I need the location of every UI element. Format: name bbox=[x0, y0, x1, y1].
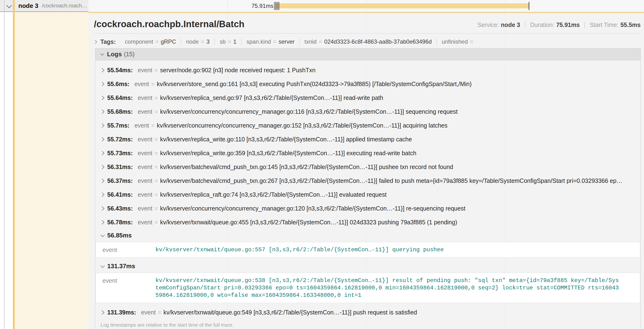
log-field-value: kv/kvserver/batcheval/cmd_push_txn.go:26… bbox=[160, 177, 622, 184]
log-row[interactable]: 56.41ms:event=kv/kvserver/replica_raft.g… bbox=[95, 188, 640, 202]
span-meta: Service:node 3Duration:75.91msStart Time… bbox=[478, 22, 641, 29]
equals-sign: = bbox=[228, 38, 231, 45]
tags-accordion[interactable]: Tags: component=gRPCnode=3sb=1span.kind=… bbox=[94, 36, 641, 48]
log-timestamp: 56.85ms bbox=[107, 232, 132, 239]
logs-count: (15) bbox=[124, 51, 134, 58]
span-row[interactable]: node 3 /cockroach.roach… 75.91ms bbox=[0, 0, 644, 12]
log-row-expanded-header[interactable]: 56.85ms bbox=[95, 229, 640, 242]
tags-expand-chevron-icon[interactable] bbox=[94, 40, 97, 44]
tag-item: component=gRPC bbox=[120, 38, 181, 45]
tag-item: sb=1 bbox=[214, 38, 241, 45]
log-timestamp: 56.37ms: bbox=[107, 177, 133, 184]
log-row[interactable]: 131.39ms:event=kv/kvserver/txnwait/queue… bbox=[95, 306, 640, 319]
tag-item: txnid=024d3323-6c8f-4863-aa8b-37ab0e6349… bbox=[299, 38, 437, 45]
log-field-key: event bbox=[138, 94, 152, 101]
span-duration-label: 75.91ms bbox=[238, 2, 274, 9]
log-timestamp: 56.78ms: bbox=[107, 219, 133, 226]
tag-item: node=3 bbox=[181, 38, 214, 45]
log-timestamp: 131.39ms: bbox=[107, 309, 136, 316]
equals-sign: = bbox=[319, 38, 322, 45]
meta-separator bbox=[525, 22, 525, 28]
logs-section: Logs (15) 55.54ms:event=server/node.go:9… bbox=[95, 48, 641, 329]
log-field-key: event bbox=[134, 80, 149, 88]
equals-sign: = bbox=[470, 38, 473, 45]
equals-sign: = bbox=[154, 67, 158, 74]
log-field-value: kv/kvserver/txnwait/queue.go:538 [n3,s3,… bbox=[156, 277, 619, 299]
tag-key: component bbox=[125, 38, 153, 45]
log-fields-table: eventkv/kvserver/txnwait/queue.go:538 [n… bbox=[96, 273, 640, 303]
log-expand-chevron-icon[interactable] bbox=[100, 82, 104, 86]
log-row[interactable]: 55.54ms:event=server/node.go:902 [n3] no… bbox=[95, 63, 640, 77]
tag-value: gRPC bbox=[161, 38, 176, 45]
page-title: /cockroach.roachpb.Internal/Batch bbox=[94, 19, 244, 29]
log-field-key: event bbox=[138, 150, 152, 157]
log-expand-chevron-icon[interactable] bbox=[100, 137, 104, 141]
tag-key: txnid bbox=[304, 38, 317, 45]
log-expand-chevron-icon[interactable] bbox=[100, 192, 104, 197]
log-expand-chevron-icon[interactable] bbox=[100, 220, 104, 224]
equals-sign: = bbox=[154, 164, 158, 170]
title-divider bbox=[94, 33, 641, 34]
log-field-key: event bbox=[138, 164, 152, 170]
log-row-expanded-header[interactable]: 131.37ms bbox=[95, 260, 640, 272]
log-expand-chevron-icon[interactable] bbox=[100, 110, 104, 114]
column-resize-divider[interactable] bbox=[4, 0, 4, 329]
span-service-name: node 3 bbox=[18, 2, 38, 10]
log-expand-chevron-icon[interactable] bbox=[100, 178, 104, 183]
log-expand-chevron-icon[interactable] bbox=[100, 206, 104, 210]
log-field-value: kv/kvserver/replica_send.go:97 [n3,s3,r6… bbox=[160, 94, 383, 101]
meta-label: Start Time: bbox=[590, 22, 618, 28]
log-row[interactable]: 55.7ms:event=kv/kvserver/concurrency/con… bbox=[95, 118, 640, 132]
equals-sign: = bbox=[154, 108, 158, 115]
log-row[interactable]: 56.43ms:event=kv/kvserver/concurrency/co… bbox=[95, 202, 640, 215]
log-row[interactable]: 56.37ms:event=kv/kvserver/batcheval/cmd_… bbox=[95, 174, 640, 188]
log-expand-chevron-icon[interactable] bbox=[100, 96, 104, 100]
log-row[interactable]: 55.64ms:event=kv/kvserver/replica_send.g… bbox=[95, 91, 640, 105]
log-field-value: kv/kvserver/txnwait/queue.go:549 [n3,s3,… bbox=[164, 309, 417, 316]
log-field-value: kv/kvserver/concurrency/concurrency_mana… bbox=[160, 108, 458, 115]
log-timestamp: 55.73ms: bbox=[107, 150, 133, 157]
log-expand-chevron-icon[interactable] bbox=[100, 68, 104, 72]
log-field-key: event bbox=[138, 108, 152, 115]
equals-sign: = bbox=[154, 136, 158, 143]
log-collapse-chevron-icon[interactable] bbox=[100, 233, 105, 237]
equals-sign: = bbox=[151, 80, 155, 88]
log-timestamp: 55.7ms: bbox=[107, 122, 130, 129]
log-row[interactable]: 55.73ms:event=kv/kvserver/replica_write.… bbox=[95, 146, 640, 160]
log-field-key: event bbox=[138, 177, 152, 184]
meta-separator bbox=[584, 22, 585, 28]
log-expand-chevron-icon[interactable] bbox=[100, 165, 104, 169]
log-timestamp: 131.37ms bbox=[107, 262, 135, 270]
logs-footer-note: Log timestamps are relative to the start… bbox=[95, 319, 640, 329]
log-expand-chevron-icon[interactable] bbox=[100, 123, 104, 128]
log-row[interactable]: 55.6ms:event=kv/kvserver/store_send.go:1… bbox=[95, 77, 640, 91]
log-row[interactable]: 56.31ms:event=kv/kvserver/batcheval/cmd_… bbox=[95, 160, 640, 174]
equals-sign: = bbox=[154, 177, 158, 184]
log-tick-end-marker bbox=[529, 2, 529, 10]
meta-item: Duration:75.91ms bbox=[530, 22, 580, 28]
span-duration-bar[interactable] bbox=[275, 3, 529, 8]
tags-label: Tags: bbox=[100, 38, 116, 45]
log-row[interactable]: 55.72ms:event=kv/kvserver/replica_write.… bbox=[95, 132, 640, 146]
span-color-strip bbox=[13, 0, 15, 329]
tag-item: unfinished= bbox=[436, 38, 480, 45]
log-row[interactable]: 56.78ms:event=kv/kvserver/txnwait/queue.… bbox=[95, 215, 640, 229]
log-collapse-chevron-icon[interactable] bbox=[100, 264, 105, 268]
log-field-key: event bbox=[134, 122, 149, 129]
log-expand-chevron-icon[interactable] bbox=[100, 151, 104, 155]
tag-key: node bbox=[186, 38, 199, 45]
equals-sign: = bbox=[154, 219, 158, 226]
log-timestamp: 56.43ms: bbox=[107, 205, 133, 212]
tag-item: span.kind=server bbox=[241, 38, 299, 45]
log-row[interactable]: 55.68ms:event=kv/kvserver/concurrency/co… bbox=[95, 105, 640, 118]
span-timeline-cell[interactable]: 75.91ms bbox=[88, 0, 644, 12]
logs-collapse-chevron-icon[interactable] bbox=[100, 52, 104, 56]
log-timestamp: 55.72ms: bbox=[107, 136, 133, 143]
log-timestamp: 55.64ms: bbox=[107, 94, 133, 101]
log-timestamp: 55.68ms: bbox=[107, 108, 133, 115]
collapse-children-chevron-icon[interactable] bbox=[6, 3, 12, 8]
log-expand-chevron-icon[interactable] bbox=[100, 310, 104, 314]
log-field-value: kv/kvserver/store_send.go:161 [n3,s3] ex… bbox=[157, 80, 472, 88]
log-field-value: kv/kvserver/replica_write.go:110 [n3,s3,… bbox=[160, 136, 412, 143]
logs-accordion-header[interactable]: Logs (15) bbox=[95, 48, 640, 60]
